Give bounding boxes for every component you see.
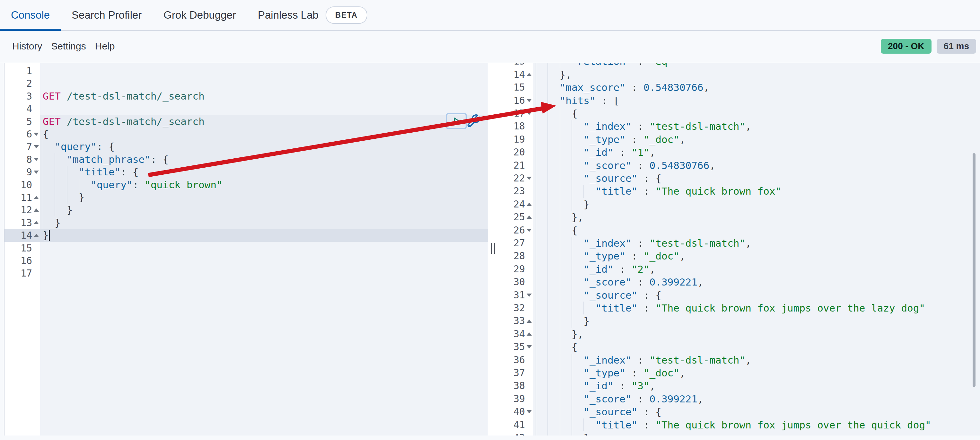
- request-options-button[interactable]: [466, 114, 481, 129]
- line-number: 28: [514, 250, 525, 262]
- code-line: {: [536, 224, 578, 237]
- code-line: "query": "quick brown": [43, 179, 223, 191]
- code-line: "match_phrase": {: [43, 153, 169, 166]
- fold-arrow-icon[interactable]: [527, 73, 532, 76]
- code-line: "_index" : "test-dsl-match",: [536, 237, 751, 250]
- fold-arrow-icon[interactable]: [527, 202, 532, 206]
- code-line: "_source" : {: [536, 405, 662, 418]
- cursor-caret: [49, 230, 50, 241]
- menu-item-history[interactable]: History: [8, 41, 46, 52]
- fold-arrow-icon[interactable]: [34, 209, 39, 212]
- line-number: 13: [21, 217, 32, 229]
- code-line: "_source" : {: [536, 289, 662, 301]
- line-number: 4: [26, 102, 32, 115]
- fold-arrow-icon[interactable]: [527, 293, 532, 297]
- line-number: 27: [514, 237, 525, 250]
- code-line: }: [536, 431, 590, 435]
- code-line: {: [536, 340, 578, 353]
- line-number: 25: [514, 211, 525, 223]
- code-line: }: [536, 198, 590, 211]
- code-line: "_id" : "1",: [536, 146, 655, 159]
- code-line: }: [43, 217, 61, 229]
- menu-bar: HistorySettingsHelp 200 - OK 61 ms: [0, 31, 980, 62]
- menu-item-settings[interactable]: Settings: [46, 41, 90, 52]
- line-number: 3: [26, 90, 32, 102]
- line-number: 26: [514, 224, 525, 237]
- line-number: 10: [21, 179, 32, 191]
- line-number: 30: [514, 276, 525, 289]
- line-number: 17: [514, 107, 525, 120]
- code-line: }: [536, 314, 590, 327]
- line-number: 22: [514, 172, 525, 185]
- code-line: GET /test-dsl-match/_search: [43, 115, 205, 128]
- panel-resize-handle[interactable]: [490, 243, 496, 254]
- line-number: 35: [514, 340, 525, 353]
- menu-items: HistorySettingsHelp: [8, 41, 119, 52]
- code-line: "relation" : "eq": [536, 63, 673, 68]
- line-number: 41: [514, 418, 525, 431]
- code-line: }: [43, 229, 49, 242]
- fold-arrow-icon[interactable]: [34, 196, 39, 199]
- code-line: },: [536, 328, 584, 340]
- fold-arrow-icon[interactable]: [527, 345, 532, 349]
- line-number: 37: [514, 367, 525, 379]
- line-number: 11: [21, 191, 32, 204]
- code-line: "_id" : "2",: [536, 263, 655, 276]
- fold-arrow-icon[interactable]: [34, 234, 39, 237]
- tab-label: Console: [11, 9, 50, 21]
- request-editor[interactable]: 123GET /test-dsl-match/_search45GET /tes…: [5, 63, 488, 435]
- fold-arrow-icon[interactable]: [527, 332, 532, 336]
- code-line: }: [43, 204, 73, 216]
- line-number: 21: [514, 159, 525, 172]
- line-number: 15: [21, 242, 32, 254]
- line-number: 15: [514, 81, 525, 94]
- beta-badge: BETA: [326, 6, 368, 24]
- response-time-badge: 61 ms: [937, 39, 976, 54]
- tab-grok-debugger[interactable]: Grok Debugger: [153, 0, 247, 30]
- fold-arrow-icon[interactable]: [34, 145, 39, 148]
- fold-arrow-icon[interactable]: [527, 112, 532, 115]
- line-number: 1: [26, 65, 32, 77]
- line-number: 20: [514, 146, 525, 159]
- fold-arrow-icon[interactable]: [34, 171, 39, 174]
- menu-item-help[interactable]: Help: [91, 41, 119, 52]
- fold-arrow-icon[interactable]: [527, 177, 532, 180]
- line-number: 36: [514, 354, 525, 367]
- line-number: 7: [26, 140, 32, 153]
- line-number: 2: [26, 77, 32, 89]
- response-viewer[interactable]: 13"relation" : "eq"14},15"max_score" : 0…: [500, 63, 980, 435]
- line-number: 23: [514, 185, 525, 198]
- fold-arrow-icon[interactable]: [34, 158, 39, 161]
- line-number: 39: [514, 392, 525, 405]
- play-icon: [452, 116, 461, 126]
- code-line: },: [536, 68, 571, 81]
- line-number: 33: [514, 314, 525, 327]
- line-number: 13: [514, 63, 525, 68]
- code-line: "_index" : "test-dsl-match",: [536, 120, 751, 132]
- response-status-badge: 200 - OK: [881, 39, 932, 54]
- line-number: 38: [514, 379, 525, 392]
- tab-search-profiler[interactable]: Search Profiler: [61, 0, 153, 30]
- fold-arrow-icon[interactable]: [34, 132, 39, 136]
- line-number: 16: [21, 254, 32, 267]
- fold-arrow-icon[interactable]: [527, 320, 532, 323]
- fold-arrow-icon[interactable]: [527, 99, 532, 102]
- fold-arrow-icon[interactable]: [527, 229, 532, 232]
- code-line: "_source" : {: [536, 172, 662, 185]
- line-number: 5: [26, 115, 32, 128]
- line-number: 9: [26, 166, 32, 178]
- fold-arrow-icon[interactable]: [527, 215, 532, 219]
- line-number: 31: [514, 289, 525, 301]
- code-line: "_id" : "3",: [536, 379, 655, 392]
- tab-painless-lab[interactable]: Painless LabBETA: [247, 0, 378, 30]
- code-line: "_score" : 0.399221,: [536, 276, 703, 289]
- tab-console[interactable]: Console: [0, 0, 61, 30]
- scrollbar-thumb[interactable]: [973, 153, 975, 387]
- send-request-button[interactable]: [446, 113, 467, 129]
- code-line: "title" : "The quick brown fox jumps ove…: [536, 418, 931, 431]
- fold-arrow-icon[interactable]: [527, 410, 532, 413]
- tab-label: Painless Lab: [258, 9, 318, 21]
- line-number: 16: [514, 94, 525, 107]
- fold-arrow-icon[interactable]: [34, 221, 39, 224]
- line-number: 14: [21, 229, 32, 242]
